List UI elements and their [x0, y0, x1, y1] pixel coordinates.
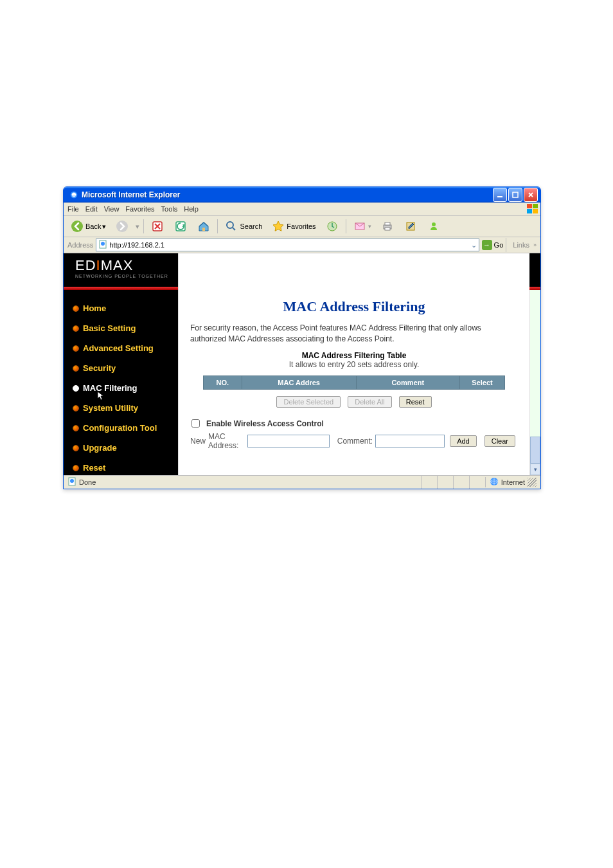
- go-arrow-icon: →: [482, 240, 492, 250]
- refresh-button[interactable]: [171, 218, 190, 235]
- edit-icon: [404, 219, 418, 233]
- col-no: NO.: [204, 375, 242, 389]
- menu-view[interactable]: View: [104, 205, 120, 213]
- scroll-down-icon[interactable]: ▾: [530, 464, 540, 475]
- home-icon: [197, 219, 211, 233]
- ie-icon: [69, 190, 78, 199]
- menu-help[interactable]: Help: [184, 205, 199, 213]
- messenger-button[interactable]: [424, 218, 443, 235]
- nav-upgrade[interactable]: Upgrade: [64, 438, 178, 458]
- print-icon: [380, 219, 395, 233]
- menu-file[interactable]: File: [67, 205, 79, 213]
- delete-selected-button[interactable]: Delete Selected: [276, 396, 341, 408]
- star-icon: [271, 219, 285, 233]
- close-button[interactable]: [524, 188, 538, 202]
- col-select: Select: [459, 375, 504, 389]
- forward-icon: [115, 219, 129, 233]
- nav-reset[interactable]: Reset: [64, 458, 178, 478]
- svg-point-19: [432, 222, 436, 226]
- comment-label: Comment:: [337, 437, 373, 446]
- nav-mac-filtering[interactable]: MAC Filtering: [64, 378, 178, 398]
- clear-button[interactable]: Clear: [484, 435, 515, 447]
- toolbar-separator: [217, 219, 218, 233]
- menu-favorites[interactable]: Favorites: [125, 205, 154, 213]
- maximize-button[interactable]: [508, 188, 522, 202]
- links-label[interactable]: Links: [513, 241, 529, 249]
- edit-button[interactable]: [401, 218, 420, 235]
- new-row-label: New: [190, 437, 206, 446]
- bullet-icon: [73, 465, 79, 471]
- bullet-icon: [73, 405, 79, 411]
- stop-button[interactable]: [148, 218, 167, 235]
- stop-icon: [150, 219, 164, 233]
- nav-advanced-setting[interactable]: Advanced Setting: [64, 338, 178, 358]
- search-button[interactable]: Search: [222, 218, 265, 235]
- bullet-icon: [73, 445, 79, 451]
- resize-grip[interactable]: [528, 478, 537, 487]
- content-area: EDIMAX NETWORKING PEOPLE TOGETHER Home B…: [64, 253, 540, 475]
- nav-security[interactable]: Security: [64, 358, 178, 378]
- bullet-icon: [73, 365, 79, 372]
- history-button[interactable]: [323, 218, 342, 235]
- mail-icon: [353, 219, 367, 233]
- reset-button[interactable]: Reset: [399, 396, 432, 408]
- history-icon: [325, 219, 339, 233]
- print-button[interactable]: [378, 218, 397, 235]
- svg-rect-6: [533, 209, 538, 213]
- menubar: File Edit View Favorites Tools Help: [64, 203, 540, 216]
- chevron-down-icon: ▾: [368, 223, 371, 230]
- toolbar-separator: [346, 219, 346, 233]
- svg-point-8: [116, 221, 128, 232]
- windows-flag-icon: [525, 203, 540, 215]
- home-button[interactable]: [194, 218, 213, 235]
- cursor-icon: [97, 391, 107, 401]
- bullet-icon: [73, 345, 79, 352]
- mac-filter-table: NO. MAC Addres Comment Select: [203, 375, 505, 390]
- page-heading: MAC Address Filtering: [190, 298, 518, 315]
- chevron-right-icon: »: [533, 242, 537, 248]
- menu-tools[interactable]: Tools: [161, 205, 178, 213]
- status-text: Done: [79, 478, 96, 486]
- titlebar: Microsoft Internet Explorer: [64, 187, 540, 203]
- internet-zone-icon: [490, 477, 499, 487]
- nav-home[interactable]: Home: [64, 298, 178, 318]
- messenger-icon: [427, 219, 441, 233]
- delete-all-button[interactable]: Delete All: [348, 396, 391, 408]
- svg-rect-16: [385, 222, 390, 225]
- address-dropdown-icon[interactable]: ⌄: [471, 241, 477, 249]
- scroll-thumb[interactable]: [530, 437, 540, 464]
- enable-acl-checkbox[interactable]: [191, 419, 200, 428]
- toolbar-separator: [143, 219, 144, 233]
- mac-address-input[interactable]: [247, 435, 330, 448]
- address-input[interactable]: http://192.168.2.1 ⌄: [96, 239, 479, 251]
- dropdown-caret-icon: ▾: [136, 222, 139, 231]
- nav-configuration-tool[interactable]: Configuration Tool: [64, 418, 178, 438]
- mac-address-label: MAC Address:: [208, 432, 245, 450]
- menu-edit[interactable]: Edit: [85, 205, 98, 213]
- table-button-row: Delete Selected Delete All Reset: [190, 390, 518, 414]
- svg-rect-2: [513, 192, 518, 197]
- favorites-button[interactable]: Favorites: [269, 218, 318, 235]
- toolbar: Back ▾ ▾ Search Favorites ▾: [64, 216, 540, 237]
- comment-input[interactable]: [375, 435, 445, 448]
- add-button[interactable]: Add: [450, 435, 477, 447]
- search-icon: [224, 219, 238, 233]
- svg-rect-3: [527, 204, 532, 208]
- bullet-icon: [73, 305, 79, 312]
- minimize-button[interactable]: [493, 188, 507, 202]
- svg-rect-17: [385, 228, 390, 230]
- bullet-icon: [73, 385, 79, 392]
- nav-system-utility[interactable]: System Utility: [64, 398, 178, 418]
- forward-button[interactable]: [112, 218, 132, 235]
- refresh-icon: [173, 219, 188, 233]
- toolbar-separator: [506, 238, 506, 252]
- mail-button[interactable]: ▾: [350, 218, 374, 235]
- scroll-track[interactable]: [530, 265, 540, 437]
- back-button[interactable]: Back ▾: [67, 218, 109, 235]
- svg-rect-1: [497, 196, 502, 197]
- nav-basic-setting[interactable]: Basic Setting: [64, 318, 178, 338]
- table-title: MAC Address Filtering Table: [190, 351, 518, 360]
- page-icon: [98, 240, 107, 250]
- go-button[interactable]: → Go: [482, 240, 504, 250]
- zone-text: Internet: [501, 478, 525, 486]
